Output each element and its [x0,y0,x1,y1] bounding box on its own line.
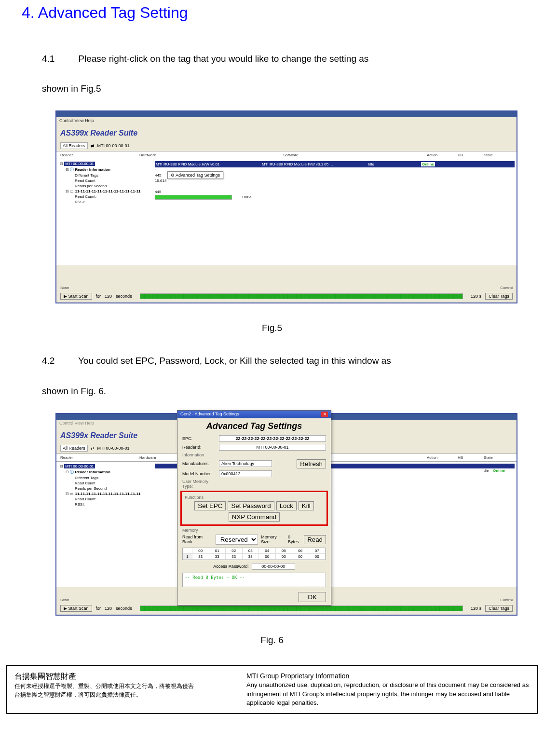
reader-tree[interactable]: ⊟ MTI 00-00-00-01 ⊟ ⓘ Reader Information… [56,159,153,265]
tree-minus-icon[interactable]: ⊟ [65,189,69,193]
footer-left-line1: 任何未經授權逕予複製、重製、公開或使用本文之行為，將被視為侵害 [14,682,237,690]
footer-left-line2: 台揚集團之智慧財產權，將可因此負擔法律責任。 [14,690,237,699]
tree-minus-icon[interactable]: ⊟ [59,464,63,468]
kill-button[interactable]: Kill [299,501,314,510]
tag-progress [155,195,232,200]
functions-label: Functions [185,495,324,500]
memsize-label: Memory Size: [261,535,285,544]
para-4-2: 4.2 You could set EPC, Password, Lock, o… [42,353,522,369]
tree-tag[interactable]: 11-11-11-11-11-11-11-11-11-11-11-11 [75,492,140,496]
refresh-button[interactable]: Refresh [297,459,326,468]
set-epc-button[interactable]: Set EPC [194,501,226,510]
start-scan-button[interactable]: ▶ Start Scan [60,293,92,300]
fig6-caption: Fig. 6 [22,635,522,646]
tree-rps[interactable]: Reads per Second [59,183,150,189]
tree-minus-icon[interactable]: ⊟ [65,470,69,474]
tree-tag-rssi[interactable]: RSSI: [59,502,150,507]
access-pwd-label: Access Password: [213,564,249,569]
context-menu-item[interactable]: Advanced Tag Settings [176,173,220,178]
para-text: You could set EPC, Password, Lock, or Ki… [78,356,391,366]
menubar[interactable]: Control View Help [56,117,517,124]
umt-label: User Memory Type: [182,479,216,489]
seconds-label: seconds [116,606,132,611]
tree-reader-info[interactable]: Reader Information [75,470,110,474]
tree-minus-icon[interactable]: ⊟ [59,162,63,166]
footer-left-title: 台揚集團智慧財產 [14,672,237,682]
section-heading: 4. Advanced Tag Setting [22,4,522,22]
col-hb: HB [458,455,482,460]
para-text: Please right-click on the tag that you w… [78,54,368,64]
reader-id-label: MTI 00-00-00-01 [97,143,130,148]
all-readers-combo[interactable]: All Readers [60,445,88,452]
tree-tag-readcount[interactable]: Read Count: [59,496,150,502]
detail-hw: MTI RU-888 RFID Module H/W v0.01 [156,162,252,166]
readerid-value: MTI 00-00-00-01 [219,444,326,451]
mem-hdr-cell: 07 [309,548,326,554]
reader-tree[interactable]: ⊟ MTI 00-00-00-01 ⊟ ⓘ Reader Information… [56,462,153,587]
control-section-label: Control [500,598,513,602]
model-value: 0x000412 [219,470,272,477]
tree-read-count[interactable]: Read Count [59,178,150,183]
scan-duration-input[interactable]: 120 [105,294,112,299]
tree-tag-rssi[interactable]: RSSI: [59,199,150,205]
access-pwd-value[interactable]: 00-00-00-00 [252,563,295,570]
scan-duration-input[interactable]: 120 [105,606,112,611]
tree-root[interactable]: MTI 00-00-00-01 [64,464,95,468]
tree-rps[interactable]: Reads per Second [59,486,150,491]
tree-read-count[interactable]: Read Count [59,481,150,486]
epc-value: 22-22-22-22-22-22-22-22-22-22-22-22 [219,435,326,442]
para-4-1-cont: shown in Fig.5 [42,81,522,97]
dialog-title: Gen2 - Advanced Tag Settings [180,412,239,417]
fig5-caption: Fig.5 [22,323,522,333]
col-state: State [484,455,513,460]
tree-root[interactable]: MTI 00-00-00-01 [64,162,95,166]
bank-select[interactable]: Reserved [216,535,258,545]
close-icon[interactable]: ✕ [321,412,328,417]
reader-toolbar: All Readers ⇄ MTI 00-00-00-01 [56,140,517,151]
tree-diff-tags[interactable]: Different Tags [59,475,150,481]
clear-tags-button[interactable]: Clear Tags [485,605,513,612]
scan-section-label: Scan [60,286,69,290]
dialog-titlebar[interactable]: Gen2 - Advanced Tag Settings ✕ [177,411,331,418]
set-password-button[interactable]: Set Password [228,501,274,510]
fig6-window: Control View Help AS399x Reader Suite Al… [55,413,517,616]
arrow-icon: ⇄ [91,446,95,451]
mem-hdr-cell: 00 [192,548,209,554]
tree-reader-info[interactable]: Reader Information [75,167,110,172]
footer-right-body: Any unauthorized use, duplication, repro… [246,681,530,707]
mem-cell: 00 [276,554,293,560]
app-title: AS399x Reader Suite [56,124,517,140]
functions-box: Functions Set EPC Set Password Lock Kill… [180,491,328,526]
tree-minus-icon[interactable]: ⊟ [65,492,69,496]
tree-tag-readcount[interactable]: Read Count: [59,194,150,199]
ok-button[interactable]: OK [299,592,326,602]
fig5-window: Control View Help AS399x Reader Suite Al… [55,110,517,303]
read-button[interactable]: Read [304,535,326,544]
mem-hdr-cell [183,548,192,554]
mem-hdr-cell: 02 [226,548,243,554]
detail-tag-rc-val: 445 [155,190,161,194]
all-readers-combo[interactable]: All Readers [60,142,88,149]
nxp-command-button[interactable]: NXP Command [229,512,280,522]
detail-rps-val: 15.614 [155,179,166,183]
detail-action: Idle [482,468,489,473]
model-label: Model Number: [182,471,216,476]
clear-tags-button[interactable]: Clear Tags [485,293,513,300]
start-scan-button[interactable]: ▶ Start Scan [60,605,92,612]
status-box: -- Read 8 Bytes - OK -- [182,573,326,587]
tree-minus-icon[interactable]: ⊟ [65,167,69,172]
tree-diff-tags[interactable]: Different Tags [59,173,150,178]
lock-button[interactable]: Lock [276,501,297,510]
detail-sw: MTI RU-888 RFID Module F/W v0.1.05 ... [262,162,358,166]
epc-label: EPC: [182,436,216,441]
bottom-bar: ▶ Start Scan for 120 seconds 120 s Clear… [56,290,517,302]
tree-tag[interactable]: 11-11-11-11-11-11-11-11-11-11-11-11 [75,189,140,193]
col-reader: Reader [60,455,137,460]
gear-icon: ⚙ [171,173,175,178]
scan-elapsed: 120 s [471,606,481,611]
detail-action: Idle [368,162,387,166]
memsize-value: 0 Bytes [288,535,301,544]
col-software: Software [283,153,425,157]
info-icon: ⓘ [70,167,74,172]
context-menu[interactable]: ⚙ Advanced Tag Settings [167,171,223,179]
